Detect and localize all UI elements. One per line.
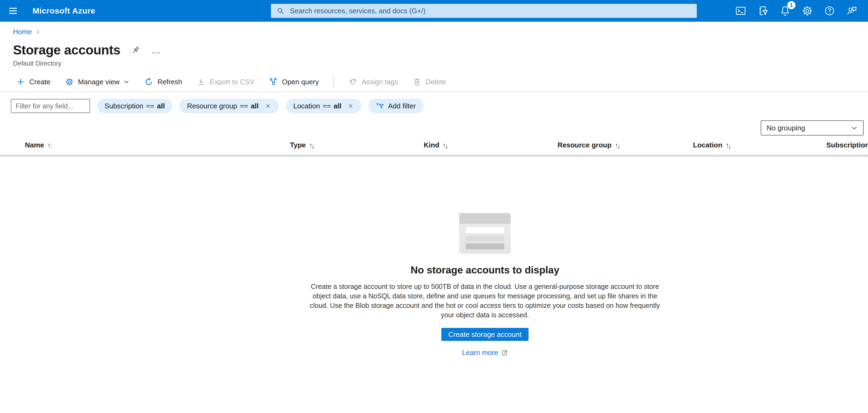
sort-desc-icon: ↓ <box>617 142 621 150</box>
brand-title[interactable]: Microsoft Azure <box>32 6 95 16</box>
global-search[interactable] <box>271 4 697 18</box>
chevron-down-icon <box>851 124 858 131</box>
column-header-subscription[interactable]: Subscription <box>826 141 868 149</box>
pill-field: Subscription <box>104 102 143 110</box>
pill-operator: == <box>146 102 154 110</box>
pill-value: all <box>251 102 259 110</box>
gear-icon <box>802 5 813 17</box>
cloud-shell-button[interactable] <box>734 4 747 17</box>
sort-desc-icon: ↓ <box>311 142 315 150</box>
empty-list-illustration <box>459 213 511 254</box>
download-icon <box>197 78 205 86</box>
directory-filter-icon <box>757 5 769 17</box>
empty-state-title: No storage accounts to display <box>306 265 664 276</box>
empty-state-description: Create a storage account to store up to … <box>306 282 664 320</box>
pill-value: all <box>157 102 165 110</box>
filter-pill-resource-group[interactable]: Resource group == all <box>179 99 279 113</box>
column-header-location[interactable]: Location ↑↓ <box>693 141 731 149</box>
pill-value: all <box>334 102 341 110</box>
add-filter-button[interactable]: Add filter <box>368 99 424 113</box>
tag-icon <box>349 78 357 86</box>
feedback-button[interactable] <box>845 4 858 17</box>
sort-desc-icon: ↓ <box>50 142 53 150</box>
open-query-button[interactable]: Open query <box>269 78 319 86</box>
filter-pill-subscription[interactable]: Subscription == all <box>97 99 172 113</box>
create-button[interactable]: Create <box>16 78 51 86</box>
page-title: Storage accounts <box>13 42 120 57</box>
close-icon <box>348 103 353 109</box>
export-csv-button[interactable]: Export to CSV <box>197 78 254 86</box>
table-header: Name ↑↓ Type ↑↓ Kind ↑↓ Resource group ↑… <box>0 141 868 154</box>
breadcrumb-home-link[interactable]: Home <box>13 28 32 36</box>
feedback-icon <box>846 5 858 17</box>
filter-input[interactable] <box>11 99 90 113</box>
column-header-name[interactable]: Name ↑↓ <box>25 141 53 149</box>
help-button[interactable] <box>823 4 836 17</box>
column-header-type[interactable]: Type ↑↓ <box>290 141 315 149</box>
column-header-resource-group[interactable]: Resource group ↑↓ <box>558 141 620 149</box>
grouping-dropdown[interactable]: No grouping <box>761 120 864 136</box>
help-icon <box>824 5 835 17</box>
learn-more-link[interactable]: Learn more <box>462 349 498 357</box>
add-filter-icon <box>376 102 384 110</box>
cloud-shell-icon <box>735 5 746 17</box>
pill-field: Location <box>293 102 320 110</box>
pill-field: Resource group <box>187 102 237 110</box>
breadcrumb: Home <box>13 28 868 36</box>
menu-button[interactable] <box>0 0 26 22</box>
chevron-right-icon <box>35 29 41 35</box>
topbar: Microsoft Azure 1 <box>0 0 868 22</box>
search-icon <box>276 7 284 15</box>
column-header-kind[interactable]: Kind ↑↓ <box>424 141 448 149</box>
settings-button[interactable] <box>801 4 814 17</box>
plus-icon <box>16 78 25 86</box>
refresh-icon <box>145 78 153 86</box>
empty-state: No storage accounts to display Create a … <box>306 213 664 357</box>
delete-button[interactable]: Delete <box>412 78 446 86</box>
filter-bar: Subscription == all Resource group == al… <box>11 99 868 113</box>
more-options-icon[interactable]: … <box>151 48 161 53</box>
hamburger-icon <box>8 6 18 16</box>
create-storage-account-button[interactable]: Create storage account <box>441 328 529 341</box>
remove-filter-button[interactable] <box>347 103 354 109</box>
trash-icon <box>412 78 421 86</box>
close-icon <box>265 103 271 109</box>
table-header-band <box>0 155 868 157</box>
learn-more-row: Learn more <box>306 349 664 357</box>
command-bar: Create Manage view Refresh Export to CSV… <box>0 72 868 92</box>
pill-operator: == <box>240 102 248 110</box>
notification-badge: 1 <box>787 1 796 9</box>
directory-subtitle: Default Directory <box>13 60 868 67</box>
directory-filter-button[interactable] <box>756 4 769 17</box>
refresh-button[interactable]: Refresh <box>145 78 182 86</box>
gear-icon <box>65 78 74 86</box>
title-row: Storage accounts … <box>13 42 868 57</box>
topbar-actions: 1 <box>734 4 868 17</box>
filter-pill-location[interactable]: Location == all <box>286 99 362 113</box>
pin-button[interactable] <box>131 46 140 55</box>
sort-desc-icon: ↓ <box>445 142 448 150</box>
manage-view-button[interactable]: Manage view <box>65 78 130 86</box>
external-link-icon <box>501 350 508 356</box>
grouping-row: No grouping <box>0 120 864 136</box>
sort-desc-icon: ↓ <box>728 142 732 150</box>
query-graph-icon <box>269 78 278 86</box>
notifications-button[interactable]: 1 <box>779 4 792 17</box>
toolbar-divider <box>334 76 334 88</box>
pill-operator: == <box>323 102 331 110</box>
chevron-down-icon <box>123 79 130 85</box>
search-input[interactable] <box>289 6 691 16</box>
assign-tags-button[interactable]: Assign tags <box>349 78 398 86</box>
remove-filter-button[interactable] <box>265 103 271 109</box>
pin-icon <box>131 46 140 55</box>
